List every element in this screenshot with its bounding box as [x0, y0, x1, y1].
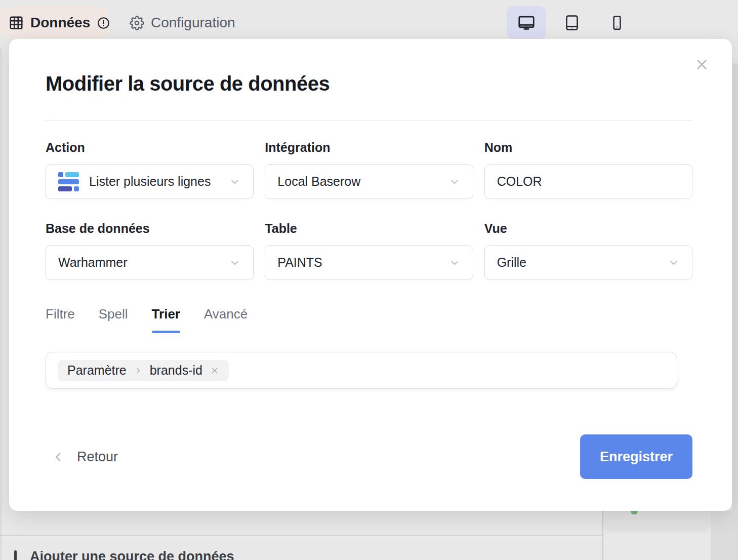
- background-panel-divider: [602, 510, 603, 560]
- chevron-down-icon: [229, 257, 241, 269]
- integration-select[interactable]: Local Baserow: [265, 164, 473, 199]
- tablet-icon: [563, 14, 581, 32]
- sort-chip-group: Paramètre: [67, 363, 127, 378]
- background-left-border: [1, 48, 2, 560]
- grid-icon: [9, 15, 24, 30]
- action-value: Lister plusieurs lignes: [89, 174, 229, 189]
- table-value: PAINTS: [277, 255, 448, 270]
- integration-label: Intégration: [265, 140, 473, 155]
- back-button-label: Retour: [77, 449, 118, 465]
- tab-avance[interactable]: Avancé: [204, 306, 248, 330]
- edit-data-source-modal: Modifier la source de données Action Lis…: [9, 39, 732, 511]
- tab-configuration[interactable]: Configuration: [130, 7, 235, 38]
- topbar: Données Configuration: [0, 0, 738, 45]
- device-smartphone-button[interactable]: [597, 6, 637, 39]
- smartphone-icon: [608, 14, 626, 31]
- add-data-source-label: Ajouter une source de données: [30, 549, 234, 560]
- modal-tabs: Filtre Spell Trier Avancé: [46, 306, 248, 330]
- name-input[interactable]: [497, 165, 680, 198]
- title-divider: [46, 120, 692, 121]
- name-label: Nom: [484, 140, 692, 155]
- chevron-down-icon: [229, 176, 241, 188]
- back-button[interactable]: Retour: [52, 434, 118, 479]
- background-divider: [0, 535, 602, 536]
- tab-filtre[interactable]: Filtre: [46, 306, 75, 330]
- chevron-down-icon: [448, 257, 461, 269]
- tab-donnees[interactable]: Données: [0, 7, 108, 38]
- close-button[interactable]: [693, 56, 710, 72]
- chevron-down-icon: [668, 257, 680, 269]
- view-value: Grille: [497, 255, 668, 270]
- database-value: Warhammer: [58, 255, 229, 270]
- tab-spell[interactable]: Spell: [99, 306, 128, 330]
- table-select[interactable]: PAINTS: [265, 245, 473, 280]
- sort-chip[interactable]: Paramètre brands-id: [58, 360, 229, 381]
- list-rows-icon: [58, 172, 79, 191]
- warning-icon: [97, 16, 110, 30]
- modal-title: Modifier la source de données: [46, 72, 330, 95]
- close-icon: [695, 58, 709, 71]
- tab-configuration-label: Configuration: [151, 15, 235, 31]
- chevron-left-icon: [52, 451, 65, 463]
- background-right-edge: [732, 63, 738, 560]
- tab-trier[interactable]: Trier: [152, 306, 180, 330]
- chevron-down-icon: [448, 176, 461, 188]
- data-source-form: Action Lister plusieurs lignes Intégrati…: [46, 140, 692, 302]
- remove-chip-icon: [210, 366, 219, 375]
- desktop-icon: [517, 13, 536, 32]
- plus-icon: [14, 550, 17, 560]
- background-preview-edge: [711, 510, 732, 560]
- action-label: Action: [46, 140, 254, 155]
- view-select[interactable]: Grille: [484, 245, 692, 280]
- chevron-right-icon: [134, 367, 142, 375]
- view-label: Vue: [484, 221, 692, 236]
- device-tablet-button[interactable]: [552, 6, 592, 39]
- remove-chip-button[interactable]: [210, 366, 219, 375]
- gear-icon: [130, 16, 144, 30]
- sort-chip-value: brands-id: [150, 363, 202, 378]
- save-button[interactable]: Enregistrer: [580, 434, 692, 479]
- sort-expression-input[interactable]: Paramètre brands-id: [46, 352, 677, 389]
- add-data-source-button[interactable]: Ajouter une source de données: [14, 549, 234, 560]
- table-label: Table: [265, 221, 473, 236]
- database-select[interactable]: Warhammer: [46, 245, 254, 280]
- database-label: Base de données: [46, 221, 254, 236]
- background-preview-band: [603, 510, 711, 533]
- name-field[interactable]: [484, 164, 692, 199]
- integration-value: Local Baserow: [277, 174, 448, 189]
- device-desktop-button[interactable]: [507, 6, 546, 39]
- action-select[interactable]: Lister plusieurs lignes: [46, 164, 254, 199]
- tab-donnees-label: Données: [30, 15, 90, 31]
